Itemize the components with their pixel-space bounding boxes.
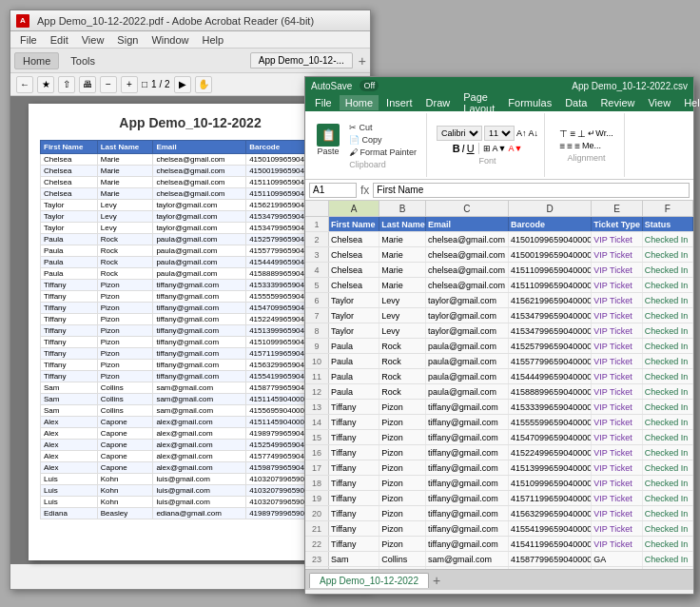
spreadsheet-cell[interactable]: taylor@gmail.com — [426, 308, 509, 323]
spreadsheet-cell[interactable]: GA — [592, 552, 642, 566]
spreadsheet-cell[interactable]: 41525799659040000000000 — [509, 339, 592, 353]
pdf-zoom-in-button[interactable]: + — [121, 76, 138, 93]
spreadsheet-cell[interactable]: VIP Ticket — [592, 339, 642, 353]
spreadsheet-cell[interactable]: chelsea@gmail.com — [426, 232, 509, 246]
spreadsheet-cell[interactable]: Checked In — [643, 460, 693, 475]
spreadsheet-cell[interactable]: VIP Ticket — [592, 491, 642, 505]
spreadsheet-cell[interactable]: Levy — [379, 308, 426, 323]
spreadsheet-cell[interactable]: Rock — [379, 369, 426, 383]
spreadsheet-cell[interactable]: Checked In — [643, 506, 693, 520]
pdf-menu-view[interactable]: View — [76, 32, 110, 48]
spreadsheet-cell[interactable]: Tiffany — [329, 415, 379, 429]
spreadsheet-cell[interactable]: Pizon — [379, 506, 426, 520]
font-color-button[interactable]: A▼ — [509, 143, 523, 154]
spreadsheet-cell[interactable]: Checked In — [643, 354, 693, 368]
spreadsheet-cell[interactable]: Checked In — [643, 445, 693, 460]
add-sheet-button[interactable]: + — [433, 573, 440, 588]
spreadsheet-cell[interactable]: Tiffany — [329, 506, 379, 520]
col-header-d[interactable]: D — [509, 201, 592, 216]
cell-f1[interactable]: Status — [643, 217, 693, 231]
spreadsheet-cell[interactable]: Tiffany — [329, 445, 379, 460]
spreadsheet-cell[interactable]: paula@gmail.com — [426, 369, 509, 383]
border-button[interactable]: ⊞ — [483, 143, 491, 154]
font-increase-button[interactable]: A↑ — [516, 128, 527, 138]
align-center-button[interactable]: ≡ — [567, 141, 573, 151]
spreadsheet-cell[interactable]: VIP Ticket — [592, 232, 642, 246]
spreadsheet-cell[interactable]: chelsea@gmail.com — [426, 263, 509, 277]
spreadsheet-cell[interactable]: Tiffany — [329, 521, 379, 536]
spreadsheet-cell[interactable]: Marie — [379, 247, 426, 262]
spreadsheet-cell[interactable]: Chelsea — [329, 263, 379, 277]
spreadsheet-cell[interactable]: 41500199659040000000000 — [509, 247, 592, 262]
spreadsheet-cell[interactable]: taylor@gmail.com — [426, 323, 509, 338]
pdf-share-button[interactable]: ⇧ — [58, 76, 75, 93]
spreadsheet-cell[interactable]: Collins — [379, 567, 426, 569]
spreadsheet-cell[interactable]: Checked In — [643, 476, 693, 490]
excel-menu-data[interactable]: Data — [559, 95, 593, 110]
spreadsheet-cell[interactable]: VIP Ticket — [592, 506, 642, 520]
spreadsheet-cell[interactable]: tiffany@gmail.com — [426, 537, 509, 551]
spreadsheet-cell[interactable]: Checked In — [643, 247, 693, 262]
spreadsheet-cell[interactable]: Paula — [329, 354, 379, 368]
spreadsheet-cell[interactable]: 41571199659040000000000 — [509, 491, 592, 505]
spreadsheet-cell[interactable]: VIP Ticket — [592, 369, 642, 383]
spreadsheet-cell[interactable]: Pizon — [379, 415, 426, 429]
pdf-menu-window[interactable]: Window — [146, 32, 194, 48]
spreadsheet-cell[interactable]: paula@gmail.com — [426, 354, 509, 368]
pdf-menu-edit[interactable]: Edit — [45, 32, 74, 48]
cell-c1[interactable]: Email — [426, 217, 509, 231]
spreadsheet-cell[interactable]: Pizon — [379, 400, 426, 414]
spreadsheet-cell[interactable]: 41547099659040000000000 — [509, 430, 592, 444]
spreadsheet-cell[interactable]: VIP Ticket — [592, 476, 642, 490]
spreadsheet-cell[interactable]: sam@gmail.com — [426, 552, 509, 566]
col-header-e[interactable]: E — [592, 201, 642, 216]
spreadsheet-cell[interactable]: Chelsea — [329, 232, 379, 246]
excel-menu-file[interactable]: File — [309, 95, 338, 110]
pdf-ribbon-tools[interactable]: Tools — [65, 53, 101, 69]
spreadsheet-cell[interactable]: 41513999659040000000000 — [509, 460, 592, 475]
cell-reference-input[interactable] — [309, 183, 357, 198]
spreadsheet-cell[interactable]: Pizon — [379, 521, 426, 536]
pdf-menu-file[interactable]: File — [14, 32, 43, 48]
excel-menu-pagelayout[interactable]: Page Layout — [457, 89, 500, 116]
spreadsheet-cell[interactable]: chelsea@gmail.com — [426, 247, 509, 262]
spreadsheet-cell[interactable]: Checked In — [643, 293, 693, 307]
spreadsheet-cell[interactable]: Rock — [379, 354, 426, 368]
spreadsheet-cell[interactable]: VIP Ticket — [592, 247, 642, 262]
spreadsheet-cell[interactable]: Pizon — [379, 430, 426, 444]
spreadsheet-cell[interactable]: Checked In — [643, 491, 693, 505]
spreadsheet-cell[interactable]: Marie — [379, 278, 426, 292]
spreadsheet-cell[interactable]: Checked In — [643, 232, 693, 246]
align-bottom-button[interactable]: ⊥ — [577, 128, 586, 139]
underline-button[interactable]: U — [467, 143, 475, 154]
spreadsheet-cell[interactable]: tiffany@gmail.com — [426, 521, 509, 536]
spreadsheet-cell[interactable]: Sam — [329, 552, 379, 566]
pdf-star-button[interactable]: ★ — [37, 76, 54, 93]
spreadsheet-cell[interactable]: 41510999659040000000000 — [509, 476, 592, 490]
excel-menu-help[interactable]: Help — [678, 95, 700, 110]
spreadsheet-cell[interactable]: VIP Ticket — [592, 430, 642, 444]
ribbon-cut-button[interactable]: ✂ Cut — [345, 122, 420, 133]
excel-menu-view[interactable]: View — [642, 95, 676, 110]
spreadsheet-cell[interactable]: 41541199659040000000000 — [509, 537, 592, 551]
spreadsheet-cell[interactable]: VIP Ticket — [592, 278, 642, 292]
pdf-tab[interactable]: App Demo_10-12-... — [250, 52, 353, 69]
spreadsheet-cell[interactable]: Checked In — [643, 369, 693, 383]
spreadsheet-cell[interactable]: Pizon — [379, 491, 426, 505]
spreadsheet-cell[interactable]: Tiffany — [329, 400, 379, 414]
spreadsheet-cell[interactable]: paula@gmail.com — [426, 339, 509, 353]
formula-input[interactable] — [373, 183, 690, 198]
sheet-tab-main[interactable]: App Demo_10-12-2022 — [309, 573, 429, 588]
spreadsheet-cell[interactable]: tiffany@gmail.com — [426, 506, 509, 520]
spreadsheet-cell[interactable]: VIP Ticket — [592, 537, 642, 551]
cell-b1[interactable]: Last Name — [379, 217, 426, 231]
spreadsheet-cell[interactable]: Paula — [329, 339, 379, 353]
spreadsheet-cell[interactable]: Checked In — [643, 552, 693, 566]
spreadsheet-cell[interactable]: Checked In — [643, 323, 693, 338]
spreadsheet-cell[interactable]: VIP Ticket — [592, 308, 642, 323]
spreadsheet-cell[interactable]: VIP Ticket — [592, 521, 642, 536]
spreadsheet-cell[interactable]: tiffany@gmail.com — [426, 460, 509, 475]
pdf-ribbon-home[interactable]: Home — [14, 52, 59, 69]
spreadsheet-cell[interactable]: VIP Ticket — [592, 354, 642, 368]
spreadsheet-cell[interactable]: taylor@gmail.com — [426, 293, 509, 307]
